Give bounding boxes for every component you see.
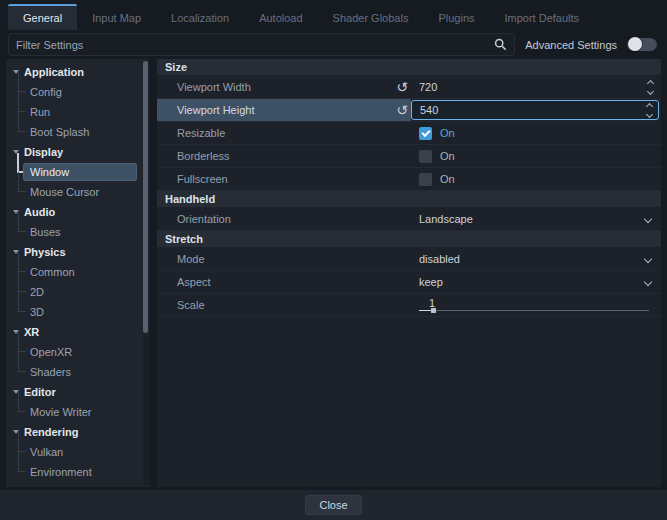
section-title: Stretch xyxy=(165,233,203,245)
sidebar-section-application[interactable]: Application xyxy=(6,62,149,82)
tab-label: Import Defaults xyxy=(505,12,580,24)
revert-icon[interactable]: ↺ xyxy=(396,76,408,98)
tab-bar: GeneralInput MapLocalizationAutoloadShad… xyxy=(8,4,659,30)
orientation-dropdown[interactable]: Landscape xyxy=(411,208,661,230)
sidebar-item-shaders[interactable]: Shaders xyxy=(6,362,149,382)
fullscreen-checkbox[interactable] xyxy=(419,173,432,186)
section-title: Handheld xyxy=(165,193,215,205)
chevron-down-icon[interactable] xyxy=(644,215,652,223)
sidebar-item-environment[interactable]: Environment xyxy=(6,462,149,482)
setting-label-cell: Borderless xyxy=(157,145,411,167)
setting-label: Mode xyxy=(177,253,205,265)
spin-down-icon[interactable] xyxy=(646,110,653,117)
section-label: Application xyxy=(24,66,84,78)
viewport-width-input[interactable]: 720 xyxy=(411,77,659,97)
sidebar-item-boot-splash[interactable]: Boot Splash xyxy=(6,122,149,142)
sidebar-section-audio[interactable]: Audio xyxy=(6,202,149,222)
slider-grabber[interactable] xyxy=(431,308,436,313)
spin-down-icon[interactable] xyxy=(647,87,654,94)
close-button[interactable]: Close xyxy=(305,495,361,515)
tab-autoload[interactable]: Autoload xyxy=(244,4,317,30)
section-header-stretch: Stretch xyxy=(157,231,661,248)
row-viewport-width: Viewport Width↺720 xyxy=(157,76,661,99)
section-label: Display xyxy=(24,146,63,158)
aspect-dropdown-value[interactable]: keep xyxy=(419,276,443,288)
setting-label: Fullscreen xyxy=(177,173,228,185)
sidebar-item-mouse-cursor[interactable]: Mouse Cursor xyxy=(6,182,149,202)
filter-row: Advanced Settings xyxy=(8,33,659,56)
tab-label: General xyxy=(23,12,62,24)
search-icon xyxy=(494,38,507,51)
sidebar-section-physics[interactable]: Physics xyxy=(6,242,149,262)
orientation-dropdown-value[interactable]: Landscape xyxy=(419,213,473,225)
item-label: Common xyxy=(24,264,81,280)
item-label: 3D xyxy=(24,304,50,320)
sidebar-section-editor[interactable]: Editor xyxy=(6,382,149,402)
row-fullscreen: FullscreenOn xyxy=(157,168,661,191)
toggle-knob xyxy=(628,37,642,51)
setting-label-cell: Viewport Width↺ xyxy=(157,76,411,98)
sidebar-section-xr[interactable]: XR xyxy=(6,322,149,342)
borderless-checkbox[interactable] xyxy=(419,150,432,163)
section-label: Editor xyxy=(24,386,56,398)
revert-icon[interactable]: ↺ xyxy=(396,99,408,121)
mode-dropdown-value[interactable]: disabled xyxy=(419,253,460,265)
sidebar-item-openxr[interactable]: OpenXR xyxy=(6,342,149,362)
sidebar-item-buses[interactable]: Buses xyxy=(6,222,149,242)
sidebar-scrollbar[interactable] xyxy=(143,61,148,485)
sidebar-item-config[interactable]: Config xyxy=(6,82,149,102)
item-label: Boot Splash xyxy=(24,124,95,140)
setting-label-cell: Aspect xyxy=(157,271,411,293)
tab-label: Plugins xyxy=(438,12,474,24)
setting-label-cell: Scale xyxy=(157,294,411,316)
chevron-down-icon[interactable] xyxy=(644,255,652,263)
tab-general[interactable]: General xyxy=(8,4,77,30)
section-label: Audio xyxy=(24,206,55,218)
setting-label: Orientation xyxy=(177,213,231,225)
setting-value-cell: 540 xyxy=(411,99,661,121)
row-orientation: OrientationLandscape xyxy=(157,208,661,231)
tab-label: Autoload xyxy=(259,12,302,24)
advanced-settings-toggle[interactable] xyxy=(627,38,657,51)
spin-up-icon[interactable] xyxy=(646,102,653,109)
item-label: Mouse Cursor xyxy=(24,184,105,200)
sidebar-item-2d[interactable]: 2D xyxy=(6,282,149,302)
tab-plugins[interactable]: Plugins xyxy=(423,4,489,30)
tab-localization[interactable]: Localization xyxy=(156,4,244,30)
mode-dropdown[interactable]: disabled xyxy=(411,248,661,270)
chevron-down-icon[interactable] xyxy=(644,278,652,286)
checkbox-state-label: On xyxy=(440,127,455,139)
project-settings-dialog: GeneralInput MapLocalizationAutoloadShad… xyxy=(0,0,667,520)
sidebar-item-common[interactable]: Common xyxy=(6,262,149,282)
sidebar-item-window[interactable]: Window xyxy=(6,162,149,182)
sidebar-item-movie-writer[interactable]: Movie Writer xyxy=(6,402,149,422)
bottom-bar: Close xyxy=(0,490,667,520)
row-scale: Scale1 xyxy=(157,294,661,317)
scale-slider[interactable]: 1 xyxy=(411,294,661,316)
sidebar-section-rendering[interactable]: Rendering xyxy=(6,422,149,442)
sidebar-item-3d[interactable]: 3D xyxy=(6,302,149,322)
sidebar-item-vulkan[interactable]: Vulkan xyxy=(6,442,149,462)
sidebar-item-run[interactable]: Run xyxy=(6,102,149,122)
item-label: Movie Writer xyxy=(24,404,98,420)
spin-up-icon[interactable] xyxy=(647,79,654,86)
sidebar-section-display[interactable]: Display xyxy=(6,142,149,162)
slider-track[interactable] xyxy=(419,310,649,311)
tab-shader-globals[interactable]: Shader Globals xyxy=(318,4,424,30)
sidebar-scrollbar-thumb[interactable] xyxy=(143,61,148,333)
spinner-stepper[interactable] xyxy=(648,81,653,94)
aspect-dropdown[interactable]: keep xyxy=(411,271,661,293)
filter-settings-input[interactable] xyxy=(16,39,494,51)
setting-label: Resizable xyxy=(177,127,225,139)
setting-label: Borderless xyxy=(177,150,230,162)
viewport-height-input[interactable]: 540 xyxy=(411,100,659,120)
resizable-checkbox[interactable] xyxy=(419,127,432,140)
item-label: Vulkan xyxy=(24,444,69,460)
row-mode: Modedisabled xyxy=(157,248,661,271)
spinner-stepper[interactable] xyxy=(647,104,652,117)
filter-settings-box[interactable] xyxy=(8,33,515,56)
item-label: OpenXR xyxy=(24,344,78,360)
tab-import-defaults[interactable]: Import Defaults xyxy=(490,4,595,30)
tab-input-map[interactable]: Input Map xyxy=(77,4,156,30)
item-label: 2D xyxy=(24,284,50,300)
